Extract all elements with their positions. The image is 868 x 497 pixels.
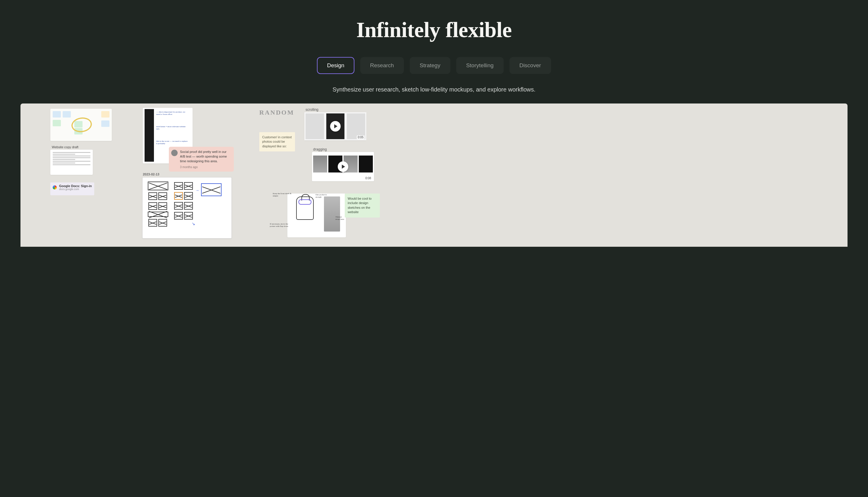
copy-draft-card[interactable] xyxy=(50,150,93,175)
wireframe-date: 2023-02-13 xyxy=(143,172,159,176)
sticky-note xyxy=(101,111,109,117)
backpack-sketch xyxy=(296,197,314,220)
play-icon[interactable] xyxy=(330,121,341,131)
tab-strategy[interactable]: Strategy xyxy=(410,57,450,74)
affinity-map-card[interactable] xyxy=(50,109,112,141)
video-duration: 0:08 xyxy=(364,176,372,180)
video-thumb xyxy=(313,156,327,172)
filmstrip xyxy=(144,109,154,162)
sticky-note xyxy=(101,120,109,127)
google-docs-link-card[interactable]: Google Docs: Sign-in docs.google.com xyxy=(50,182,94,195)
dragging-label: dragging xyxy=(313,147,327,152)
sticky-note xyxy=(63,111,71,117)
arrow-icon: ↘ xyxy=(192,221,195,226)
tab-storytelling[interactable]: Storytelling xyxy=(456,57,504,74)
gdocs-title: Google Docs: Sign-in xyxy=(59,184,92,188)
hand-note: Keep the front sleek & simple xyxy=(273,193,293,197)
google-icon xyxy=(53,185,57,189)
tab-discover[interactable]: Discover xyxy=(510,57,551,74)
highlight-circle xyxy=(70,116,93,133)
play-icon[interactable] xyxy=(338,161,348,172)
scrolling-label: scrolling xyxy=(305,108,318,112)
gdocs-url: docs.google.com xyxy=(59,188,92,190)
random-heading: RANDOM xyxy=(259,109,294,116)
copy-draft-label: Website copy draft xyxy=(52,145,79,149)
tab-design[interactable]: Design xyxy=(317,57,354,74)
hand-note: One pocket is enough xyxy=(316,194,330,198)
tab-subtitle: Synthesize user research, sketch low-fid… xyxy=(0,86,868,93)
hand-note: — this is important for product, we need… xyxy=(156,111,189,115)
hand-note: need better + more relevant website info xyxy=(156,125,189,130)
hand-note: this is the worst — we need to replace i… xyxy=(156,140,189,145)
video-card-dragging[interactable]: 0:08 xyxy=(312,152,374,181)
tabs-row: Design Research Strategy Storytelling Di… xyxy=(0,57,868,74)
sticky-note xyxy=(53,111,61,117)
arrow-icon: → xyxy=(195,188,199,193)
green-sticky-note[interactable]: Would be cool to include design sketches… xyxy=(345,194,380,217)
product-sketch-card[interactable]: Keep the front sleek & simple One pocket… xyxy=(287,194,346,237)
avatar xyxy=(171,150,178,156)
sticky-note xyxy=(53,120,61,126)
video-duration: 0:05 xyxy=(357,136,364,139)
design-canvas[interactable]: Website copy draft Google Docs: Sign-in … xyxy=(20,103,848,247)
wireframe-card[interactable]: → ↘ xyxy=(142,177,232,239)
product-photo xyxy=(324,197,340,231)
video-thumb xyxy=(305,113,324,139)
page-headline: Infinitely flexible xyxy=(0,17,868,42)
comment-text: Social proof did pretty well in our A/B … xyxy=(180,150,231,164)
comment-timestamp: 3 months ago xyxy=(180,166,231,169)
tab-research[interactable]: Research xyxy=(360,57,404,74)
customer-note[interactable]: Customer/ in context photos could be dis… xyxy=(259,132,295,152)
video-card-scrolling[interactable]: 0:05 xyxy=(304,112,367,140)
comment-card[interactable]: Social proof did pretty well in our A/B … xyxy=(169,147,234,172)
video-thumb xyxy=(359,156,373,172)
hand-note: If necessary, move the pocket with flap … xyxy=(270,223,293,227)
